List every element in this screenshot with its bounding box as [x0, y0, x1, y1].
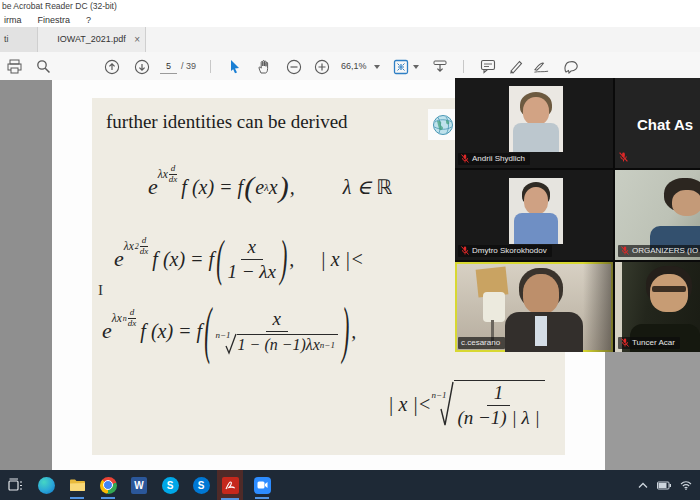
formula-4-lhs: | x |<: [388, 393, 431, 416]
math-paren: (: [244, 170, 254, 204]
participant-tile-cesarano[interactable]: c.cesarano: [455, 262, 613, 352]
send-stamp-icon[interactable]: [563, 58, 580, 75]
math-fraction: x1 − λx: [228, 236, 276, 283]
zoom-dropdown-caret-icon[interactable]: [374, 65, 380, 69]
participant-tile-dmytro[interactable]: Dmytro Skorokhodov: [455, 170, 613, 260]
video-lamp: [483, 292, 505, 322]
tab-tools-partial[interactable]: ti: [0, 27, 38, 52]
page-total-label: / 39: [181, 59, 196, 73]
participant-tile-tuncer[interactable]: Tuncer Acar: [615, 262, 700, 352]
printer-icon[interactable]: [6, 58, 23, 75]
zoom-out-icon[interactable]: [285, 58, 302, 75]
page-down-icon[interactable]: [133, 58, 150, 75]
chrome-icon[interactable]: [99, 476, 117, 494]
math-exponent: λx2ddx: [124, 236, 149, 257]
page-number-input[interactable]: 5: [160, 59, 177, 74]
math-radicand: 1 − (n −1)λxn−1: [237, 334, 338, 354]
toolbar: 5 / 39 66,1%: [0, 52, 700, 81]
math-e: e: [255, 176, 264, 199]
glasses: [652, 286, 686, 292]
math-var: x: [269, 176, 278, 199]
menu-item-firma[interactable]: irma: [4, 15, 22, 25]
math-body: f (x) = f: [181, 176, 243, 199]
tray-expand-icon[interactable]: [638, 482, 648, 489]
formula-1: eλxddx f (x) = f (eλx), λ ∈ ℝ: [148, 170, 392, 204]
participant-tile-organizers[interactable]: ORGANIZERS (IO: [615, 170, 700, 260]
participant-label: Tuncer Acar: [618, 337, 680, 349]
meeting-overlay: Andrii Shydlich Chat As Dmytro Skorokhod…: [455, 78, 700, 352]
search-icon[interactable]: [35, 58, 52, 75]
math-paren: ): [279, 170, 289, 204]
muted-mic-icon: [461, 154, 469, 163]
math-comma: ,: [290, 176, 295, 199]
edge-icon[interactable]: [37, 476, 55, 494]
skype-icon[interactable]: S: [161, 476, 179, 494]
tab-document[interactable]: IOWAT_2021.pdf ×: [38, 27, 146, 52]
word-icon[interactable]: W: [130, 476, 148, 494]
math-e: e: [102, 318, 112, 344]
tab-close-icon[interactable]: ×: [134, 27, 140, 52]
muted-mic-icon: [461, 246, 469, 255]
comment-icon[interactable]: [479, 58, 496, 75]
menu-bar: irma Finestra ?: [0, 13, 700, 27]
formula-3: eλxnddx f (x) = f ( x n−1 1 − (n −1)λxn−…: [102, 308, 356, 355]
fill-sign-icon[interactable]: [533, 58, 550, 75]
screen: be Acrobat Reader DC (32-bit) irma Fines…: [0, 0, 700, 500]
hand-tool-icon[interactable]: [256, 58, 273, 75]
zoom-app-icon[interactable]: [253, 476, 271, 494]
math-exponent: λxddx: [158, 164, 178, 185]
toolbar-divider: [463, 60, 464, 73]
muted-mic-icon: [619, 152, 628, 162]
menu-item-help[interactable]: ?: [86, 15, 91, 25]
system-tray: [638, 470, 692, 500]
zoom-in-icon[interactable]: [313, 58, 330, 75]
text-cursor-artifact: I: [98, 282, 103, 299]
wifi-icon[interactable]: [680, 481, 692, 490]
participant-label: Dmytro Skorokhodov: [458, 245, 552, 257]
math-deriv-den: dx: [169, 175, 178, 185]
math-paren: (: [216, 229, 223, 289]
math-comma: ,: [351, 320, 356, 343]
muted-mic-icon: [621, 338, 629, 347]
highlight-pen-icon[interactable]: [507, 58, 524, 75]
acrobat-reader-icon[interactable]: [217, 470, 243, 500]
task-view-icon[interactable]: [6, 476, 24, 494]
zoom-level-value[interactable]: 66,1%: [341, 59, 367, 73]
math-deriv-num: d: [169, 164, 178, 175]
window-title: be Acrobat Reader DC (32-bit): [2, 1, 117, 11]
battery-icon[interactable]: [657, 481, 671, 490]
select-cursor-icon[interactable]: [226, 58, 243, 75]
formula-4: | x |< n−1 1(n −1) | λ |: [388, 380, 545, 429]
math-fraction: x n−1 1 − (n −1)λxn−1: [216, 308, 338, 355]
formula-2-condition: | x |<: [320, 248, 363, 271]
participant-label: c.cesarano: [458, 337, 505, 349]
math-root-index: n−1: [431, 390, 446, 400]
participant-photo: [509, 86, 563, 152]
fit-dropdown-caret-icon[interactable]: [413, 65, 419, 69]
share-download-icon[interactable]: [431, 58, 448, 75]
participant-tile-andrii[interactable]: Andrii Shydlich: [455, 78, 613, 168]
math-e: e: [114, 246, 124, 272]
participant-tile-chat-as[interactable]: Chat As: [615, 78, 700, 168]
globe-logo-icon: [428, 109, 458, 140]
tab-document-label: IOWAT_2021.pdf: [57, 34, 126, 44]
math-body: f (x) = f: [152, 248, 214, 271]
math-comma: ,: [289, 248, 294, 271]
slide-title: further identities can be derived: [106, 111, 348, 133]
muted-mic-icon: [621, 246, 629, 255]
participant-label: ORGANIZERS (IO: [618, 245, 700, 257]
file-explorer-icon[interactable]: [68, 476, 86, 494]
math-paren: (: [204, 294, 211, 369]
math-radicand: 1(n −1) | λ |: [454, 380, 544, 429]
math-paren: ): [342, 294, 349, 369]
math-e: e: [148, 174, 158, 200]
participant-display-name: Chat As: [637, 116, 693, 133]
page-up-icon[interactable]: [103, 58, 120, 75]
menu-item-finestra[interactable]: Finestra: [38, 15, 71, 25]
skype-business-icon[interactable]: S: [192, 476, 210, 494]
formula-1-condition: λ ∈ ℝ: [343, 175, 392, 199]
fit-page-icon[interactable]: [392, 58, 409, 75]
math-exponent: λxnddx: [112, 308, 137, 329]
window-titlebar: be Acrobat Reader DC (32-bit): [0, 0, 700, 13]
participant-photo: [509, 178, 563, 244]
